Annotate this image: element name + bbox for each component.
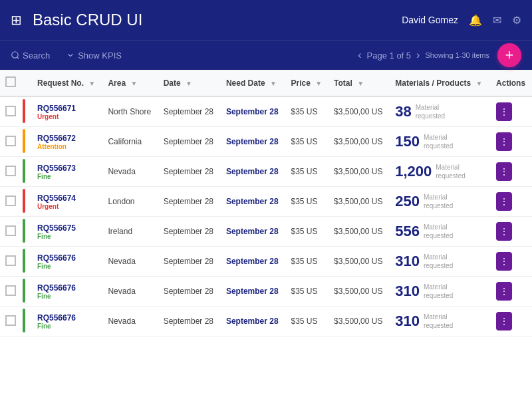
mail-icon[interactable]: ✉ xyxy=(493,14,501,27)
gear-icon[interactable]: ⚙ xyxy=(512,14,521,27)
status-label: Fine xyxy=(37,263,97,270)
materials-count: 310 xyxy=(395,253,420,270)
materials-label: Material requested xyxy=(424,313,460,330)
price-cell: $35 US xyxy=(286,96,329,127)
request-no: RQ556673 xyxy=(37,164,97,173)
need-date-cell: September 28 xyxy=(221,217,286,247)
grid-icon[interactable]: ⊞ xyxy=(11,12,22,28)
toolbar-right: ‹ Page 1 of 5 › Showing 1-30 items + xyxy=(358,43,521,67)
materials-count: 250 xyxy=(395,193,420,210)
total-cell: $3,500,00 US xyxy=(329,247,390,277)
date-cell: September 28 xyxy=(158,187,221,217)
page-indicator: Page 1 of 5 xyxy=(367,51,412,61)
svg-line-1 xyxy=(17,57,19,59)
toolbar: Search Show KPIS ‹ Page 1 of 5 › Showing… xyxy=(0,40,532,70)
pagination: ‹ Page 1 of 5 › Showing 1-30 items xyxy=(358,49,489,61)
row-checkbox[interactable] xyxy=(5,196,16,206)
materials-info: 310 Material requested xyxy=(395,313,485,330)
need-date-cell: September 28 xyxy=(221,187,286,217)
materials-info: 310 Material requested xyxy=(395,253,485,270)
actions-cell: ⋮ xyxy=(491,247,532,277)
area-cell: Nevada xyxy=(102,307,158,336)
header-icons: 🔔 ✉ ⚙ xyxy=(469,14,521,27)
area-cell: Nevada xyxy=(102,277,158,307)
date-cell: September 28 xyxy=(158,217,221,247)
request-no-cell: RQ556676 Fine xyxy=(32,247,102,277)
prev-page-button[interactable]: ‹ xyxy=(358,49,361,61)
total-col-header[interactable]: Total ▼ xyxy=(329,70,390,96)
materials-cell: 250 Material requested xyxy=(390,187,491,217)
status-label: Fine xyxy=(37,293,97,300)
need-date-col-header[interactable]: Need Date ▼ xyxy=(221,70,286,96)
row-checkbox[interactable] xyxy=(5,166,16,176)
table-row: RQ556672 Attention California September … xyxy=(0,127,532,157)
status-bar-cell xyxy=(21,307,32,336)
status-bar xyxy=(23,249,25,273)
action-menu-button[interactable]: ⋮ xyxy=(496,282,512,301)
date-col-header[interactable]: Date ▼ xyxy=(158,70,221,96)
date-cell: September 28 xyxy=(158,96,221,127)
request-no: RQ556676 xyxy=(37,313,97,323)
status-bar xyxy=(23,159,25,183)
showing-info: Showing 1-30 items xyxy=(425,51,489,59)
row-checkbox[interactable] xyxy=(5,285,16,296)
status-bar xyxy=(23,279,25,303)
request-no-cell: RQ556674 Urgent xyxy=(32,187,102,217)
materials-label: Material requested xyxy=(424,223,460,240)
add-record-button[interactable]: + xyxy=(497,43,521,67)
status-bar xyxy=(23,99,25,123)
price-col-header[interactable]: Price ▼ xyxy=(286,70,329,96)
action-menu-button[interactable]: ⋮ xyxy=(496,312,512,331)
show-kpis-button[interactable]: Show KPIS xyxy=(66,51,122,61)
actions-cell: ⋮ xyxy=(491,277,532,307)
row-checkbox-cell xyxy=(0,127,21,157)
total-cell: $3,500,00 US xyxy=(329,217,390,247)
status-bar-cell xyxy=(21,157,32,187)
row-checkbox[interactable] xyxy=(5,136,16,146)
total-cell: $3,500,00 US xyxy=(329,277,390,307)
request-no-cell: RQ556676 Fine xyxy=(32,277,102,307)
request-no-cell: RQ556676 Fine xyxy=(32,307,102,336)
user-name: David Gomez xyxy=(402,15,458,25)
price-cell: $35 US xyxy=(286,277,329,307)
bell-icon[interactable]: 🔔 xyxy=(469,14,482,27)
need-date-cell: September 28 xyxy=(221,96,286,127)
request-no-col-header[interactable]: Request No. ▼ xyxy=(32,70,102,96)
price-cell: $35 US xyxy=(286,127,329,157)
materials-info: 38 Material requested xyxy=(395,103,485,120)
status-bar-cell xyxy=(21,277,32,307)
materials-col-header[interactable]: Materials / Products ▼ xyxy=(390,70,491,96)
toolbar-left: Search Show KPIS xyxy=(11,51,122,61)
materials-count: 556 xyxy=(395,223,420,240)
next-page-button[interactable]: › xyxy=(416,49,420,61)
total-cell: $3,500,00 US xyxy=(329,307,390,336)
materials-cell: 310 Material requested xyxy=(390,277,491,307)
materials-label: Material requested xyxy=(424,193,460,210)
need-date-cell: September 28 xyxy=(221,247,286,277)
action-menu-button[interactable]: ⋮ xyxy=(496,162,512,181)
action-menu-button[interactable]: ⋮ xyxy=(496,132,512,151)
status-bar xyxy=(23,129,25,153)
action-menu-button[interactable]: ⋮ xyxy=(496,102,512,121)
total-cell: $3,500,00 US xyxy=(329,96,390,127)
materials-cell: 150 Material requested xyxy=(390,127,491,157)
actions-col-header: Actions xyxy=(491,70,532,96)
materials-info: 1,200 Material requested xyxy=(395,163,485,180)
action-menu-button[interactable]: ⋮ xyxy=(496,192,512,211)
materials-label: Material requested xyxy=(416,103,452,120)
area-col-header[interactable]: Area ▼ xyxy=(102,70,158,96)
total-cell: $3,500,00 US xyxy=(329,127,390,157)
date-cell: September 28 xyxy=(158,127,221,157)
materials-cell: 310 Material requested xyxy=(390,247,491,277)
action-menu-button[interactable]: ⋮ xyxy=(496,222,512,241)
header: ⊞ Basic CRUD UI David Gomez 🔔 ✉ ⚙ xyxy=(0,0,532,40)
date-cell: September 28 xyxy=(158,277,221,307)
row-checkbox[interactable] xyxy=(5,106,16,116)
action-menu-button[interactable]: ⋮ xyxy=(496,252,512,271)
search-button[interactable]: Search xyxy=(11,51,50,61)
select-all-checkbox[interactable] xyxy=(5,76,16,87)
row-checkbox[interactable] xyxy=(5,255,16,266)
row-checkbox[interactable] xyxy=(5,225,16,236)
row-checkbox[interactable] xyxy=(5,315,16,326)
price-cell: $35 US xyxy=(286,187,329,217)
